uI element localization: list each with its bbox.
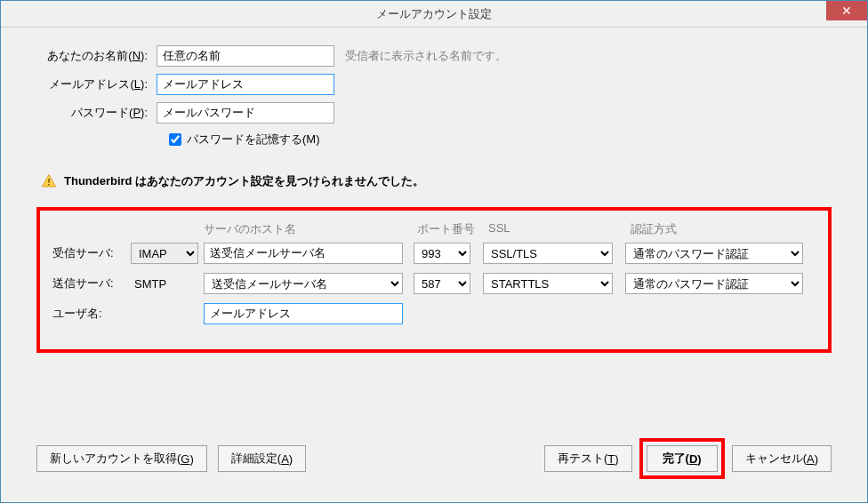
name-hint: 受信者に表示される名前です。: [345, 48, 507, 64]
incoming-port-select[interactable]: 993: [414, 243, 470, 264]
username-label: ユーザ名:: [52, 306, 131, 322]
header-host: サーバのホスト名: [204, 221, 417, 237]
close-icon: ✕: [841, 4, 852, 18]
password-label: パスワード(P):: [36, 105, 157, 121]
done-button[interactable]: 完了(D): [647, 445, 718, 472]
incoming-auth-select[interactable]: 通常のパスワード認証: [625, 243, 803, 264]
incoming-protocol-select[interactable]: IMAP: [131, 243, 198, 264]
email-label: メールアドレス(L):: [36, 76, 157, 92]
outgoing-host-select[interactable]: 送受信メールサーバ名: [204, 273, 403, 294]
advanced-settings-button[interactable]: 詳細設定(A): [218, 445, 306, 472]
email-input[interactable]: [157, 74, 334, 95]
done-highlight: 完了(D): [639, 438, 725, 479]
name-input[interactable]: [157, 45, 334, 67]
outgoing-ssl-select[interactable]: STARTTLS: [483, 273, 613, 294]
header-ssl: SSL: [488, 221, 631, 237]
retest-button[interactable]: 再テスト(T): [544, 445, 632, 472]
name-label: あなたのお名前(N):: [36, 48, 157, 64]
button-bar: 新しいアカウントを取得(G) 詳細設定(A) 再テスト(T) 完了(D) キャン…: [36, 438, 832, 479]
warning-text: Thunderbird はあなたのアカウント設定を見つけられませんでした。: [64, 173, 424, 189]
warning-icon: [41, 173, 57, 189]
incoming-host-input[interactable]: [204, 243, 403, 264]
remember-password-checkbox[interactable]: [169, 133, 181, 146]
remember-password-label: パスワードを記憶する(M): [187, 132, 320, 148]
incoming-label: 受信サーバ:: [52, 245, 131, 261]
server-settings-highlight: サーバのホスト名 ポート番号 SSL 認証方式 受信サーバ: IMAP 993 …: [36, 207, 832, 353]
dialog-window: メールアカウント設定 ✕ あなたのお名前(N): 受信者に表示される名前です。 …: [0, 0, 868, 503]
new-account-button[interactable]: 新しいアカウントを取得(G): [36, 445, 207, 472]
header-port: ポート番号: [417, 221, 488, 237]
outgoing-port-select[interactable]: 587: [414, 273, 470, 294]
incoming-ssl-select[interactable]: SSL/TLS: [483, 243, 613, 264]
dialog-content: あなたのお名前(N): 受信者に表示される名前です。 メールアドレス(L): パ…: [1, 28, 867, 371]
outgoing-label: 送信サーバ:: [52, 275, 131, 291]
svg-rect-0: [48, 179, 50, 183]
svg-rect-1: [48, 184, 50, 186]
header-auth: 認証方式: [631, 221, 808, 237]
password-input[interactable]: [157, 102, 334, 124]
outgoing-protocol-text: SMTP: [131, 277, 198, 291]
cancel-button[interactable]: キャンセル(A): [732, 445, 832, 472]
outgoing-auth-select[interactable]: 通常のパスワード認証: [625, 273, 803, 294]
close-button[interactable]: ✕: [826, 1, 867, 20]
titlebar: メールアカウント設定 ✕: [1, 1, 867, 28]
username-input[interactable]: [204, 303, 403, 324]
window-title: メールアカウント設定: [376, 6, 492, 22]
